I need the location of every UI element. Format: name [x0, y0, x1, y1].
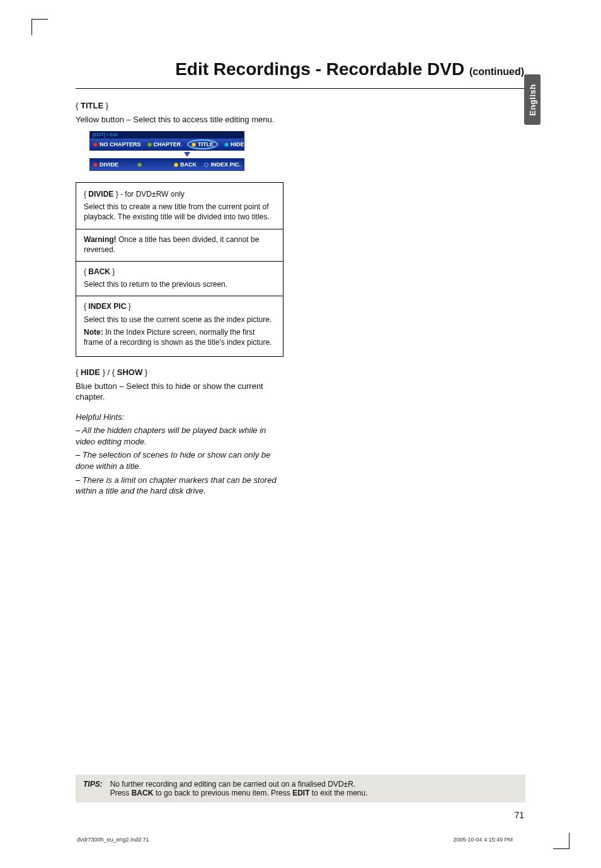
tips-line2-e: to exit the menu.: [309, 789, 367, 797]
footer-line: dvdr7300h_eu_eng2.indd 71 2005-10-04 4:1…: [77, 836, 513, 843]
menu-cell-chapter[interactable]: CHAPTER: [144, 139, 185, 150]
dvd-menu-top-row: NO CHAPTERS CHAPTER TITLE HIDE: [89, 138, 244, 151]
info-section-divide: { DIVIDE } - for DVD±RW only Select this…: [84, 189, 275, 223]
header-rule: [76, 88, 525, 89]
page-number: 71: [514, 810, 524, 820]
note-label: Note:: [84, 328, 105, 337]
menu-cell-empty: [134, 159, 163, 170]
page: Edit Recordings - Recordable DVD (contin…: [0, 0, 601, 868]
tips-edit: EDIT: [292, 789, 309, 797]
tips-line2-a: Press: [110, 789, 132, 797]
language-tab: English: [524, 74, 541, 125]
brace: {: [76, 367, 81, 377]
footer-left: dvdr7300h_eu_eng2.indd 71: [77, 836, 149, 843]
menu-label-hide: HIDE: [231, 141, 244, 148]
brace-open: {: [76, 101, 81, 110]
tips-bar: TIPS: No further recording and editing c…: [76, 775, 525, 802]
tips-line2: Press BACK to go back to previous menu i…: [110, 789, 368, 797]
brace: }: [110, 267, 115, 276]
language-tab-label: English: [528, 84, 537, 115]
menu-label-title: TITLE: [198, 141, 214, 148]
tips-line1: No further recording and editing can be …: [110, 780, 368, 789]
yellow-dot-icon: [192, 142, 196, 147]
tips-line2-c: to go back to previous menu item. Press: [153, 789, 292, 797]
hide-show-title-line: { HIDE } / { SHOW }: [76, 367, 283, 378]
warning-label: Warning!: [84, 235, 118, 244]
hint-1: – All the hidden chapters will be played…: [76, 425, 283, 447]
menu-cell-divide[interactable]: DIVIDE: [90, 159, 134, 170]
divider: [76, 296, 283, 296]
hint-3: – There is a limit on chapter markers th…: [76, 475, 283, 497]
page-title-main: Edit Recordings - Recordable DVD: [175, 59, 469, 79]
warning-line: Warning! Once a title has been divided, …: [84, 234, 275, 255]
menu-cell-back[interactable]: BACK: [163, 159, 200, 170]
tips-back: BACK: [132, 789, 154, 797]
back-title-line: { BACK }: [84, 267, 275, 277]
hint-2: – The selection of scenes to hide or sho…: [76, 449, 283, 472]
yellow-dot-icon: [174, 163, 178, 167]
page-title: Edit Recordings - Recordable DVD (contin…: [76, 59, 525, 82]
note-body: In the Index Picture screen, normally th…: [84, 328, 272, 347]
crop-mark-br: [553, 833, 570, 849]
hide-label: HIDE: [81, 367, 100, 377]
dvd-menu: [EDIT] = Exit NO CHAPTERS CHAPTER TITLE …: [89, 131, 244, 171]
dvd-menu-exit-label: [EDIT] = Exit: [89, 131, 244, 138]
red-dot-icon: [93, 142, 98, 147]
red-dot-icon: [93, 163, 98, 167]
divide-title-line: { DIVIDE } - for DVD±RW only: [84, 189, 275, 199]
info-box: { DIVIDE } - for DVD±RW only Select this…: [76, 182, 283, 357]
divider: [76, 229, 283, 229]
menu-label-no-chapters: NO CHAPTERS: [100, 141, 141, 148]
section-title-desc: Yellow button – Select this to access ti…: [76, 114, 283, 125]
tips-body: No further recording and editing can be …: [110, 780, 368, 797]
blue-dot-icon: [224, 142, 229, 147]
info-section-back: { BACK } Select this to return to the pr…: [84, 267, 275, 289]
info-section-warning: Warning! Once a title has been divided, …: [84, 234, 275, 255]
show-label: SHOW: [117, 367, 142, 377]
green-dot-icon: [137, 163, 142, 167]
dvd-menu-bottom-row: DIVIDE BACK INDEX PIC.: [89, 158, 244, 171]
footer-right: 2005-10-04 4:15:49 PM: [453, 836, 513, 843]
index-title: INDEX PIC: [88, 302, 126, 311]
menu-label-divide: DIVIDE: [100, 161, 118, 168]
green-dot-icon: [147, 142, 152, 147]
menu-cell-hide[interactable]: HIDE: [221, 139, 248, 150]
menu-label-chapter: CHAPTER: [154, 141, 181, 148]
selection-oval-icon: TITLE: [187, 139, 218, 149]
brace: }: [126, 302, 130, 311]
tips-label: TIPS:: [83, 780, 103, 797]
hollow-dot-icon: [204, 163, 209, 167]
info-section-index: { INDEX PIC } Select this to use the cur…: [84, 301, 275, 347]
menu-cell-index-pic[interactable]: INDEX PIC.: [200, 159, 244, 170]
page-title-continued: (continued): [469, 66, 524, 77]
back-body: Select this to return to the previous sc…: [84, 279, 275, 289]
divide-body: Select this to create a new title from t…: [84, 202, 275, 222]
divide-title-post: } - for DVD±RW only: [113, 190, 184, 199]
crop-mark-tl: [31, 19, 48, 35]
menu-label-index-pic: INDEX PIC.: [210, 161, 241, 168]
index-body1: Select this to use the current scene as …: [84, 315, 275, 325]
divide-title: DIVIDE: [88, 190, 113, 199]
brace-mid: } / {: [100, 367, 117, 377]
hide-show-desc: Blue button – Select this to hide or sho…: [76, 381, 283, 403]
arrow-down-icon: [184, 152, 190, 157]
menu-cell-no-chapters[interactable]: NO CHAPTERS: [90, 139, 144, 150]
index-title-line: { INDEX PIC }: [84, 301, 275, 311]
brace-close: }: [103, 101, 108, 110]
divider: [76, 261, 283, 262]
section-title-line: { TITLE }: [76, 100, 283, 112]
section-title-label: TITLE: [81, 101, 103, 110]
content-column: { TITLE } Yellow button – Select this to…: [76, 100, 283, 497]
brace: }: [142, 367, 147, 377]
back-title: BACK: [88, 267, 110, 276]
menu-cell-title[interactable]: TITLE: [184, 139, 221, 150]
hints-heading: Helpful Hints:: [76, 412, 283, 423]
menu-label-back: BACK: [180, 161, 197, 168]
index-note-line: Note: In the Index Picture screen, norma…: [84, 327, 275, 347]
